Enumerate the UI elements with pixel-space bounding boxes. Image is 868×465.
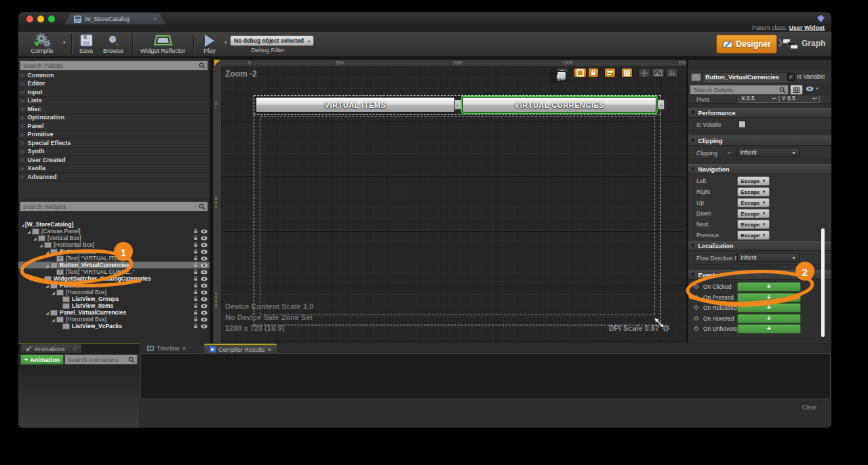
canvas-button-virtual-currencies[interactable]: VIRTUAL CURRENCIES xyxy=(462,97,656,113)
parent-class-link[interactable]: User Widget xyxy=(789,24,825,31)
close-icon[interactable]: × xyxy=(268,346,271,353)
hierarchy-row-listview-items[interactable]: ListView_Items xyxy=(18,302,210,309)
hierarchy-row--horizontal-box-[interactable]: ◢[Horizontal Box] xyxy=(18,289,210,296)
add-event-on-unhovered-button[interactable]: + xyxy=(737,324,801,333)
hierarchy-row-widgetswitcher-catalogcategories[interactable]: ◢WidgetSwitcher_CatalogCategories xyxy=(18,275,210,282)
section-clipping[interactable]: ▶ Clipping xyxy=(688,136,831,146)
details-search[interactable] xyxy=(690,85,789,95)
palette-category-advanced[interactable]: ▷Advanced xyxy=(18,173,210,182)
hierarchy-row-button-items[interactable]: ◢Button_Items xyxy=(18,248,210,255)
close-icon[interactable]: × xyxy=(73,346,77,352)
palette-category-primitive[interactable]: ▷Primitive xyxy=(18,131,210,140)
add-animation-button[interactable]: + Animation xyxy=(20,355,64,365)
mac-minimize-button[interactable] xyxy=(37,16,44,22)
expander-collapsed-icon[interactable]: ▷ xyxy=(21,174,24,179)
tab-animations[interactable]: Animations × xyxy=(21,344,81,353)
designer-mode-button[interactable]: Designer xyxy=(716,35,777,54)
expander-icon[interactable]: ◢ xyxy=(45,249,50,254)
designer-canvas[interactable]: 0500100015002000 05001000 Zoom -2 None˅ … xyxy=(214,60,686,343)
compile-options-caret-icon[interactable]: ▾ xyxy=(63,40,66,45)
add-event-on-pressed-button[interactable]: + xyxy=(737,293,801,302)
close-icon[interactable]: × xyxy=(182,345,186,352)
hierarchy-search[interactable] xyxy=(20,201,208,211)
flow-direction-dropdown[interactable]: Inherit▼ xyxy=(737,253,800,262)
expander-collapsed-icon[interactable]: ▷ xyxy=(21,73,24,77)
add-event-on-released-button[interactable]: + xyxy=(737,303,801,312)
revert-arrow-icon[interactable]: ↩ xyxy=(728,150,732,156)
palette-category-input[interactable]: ▷Input xyxy=(18,88,210,97)
palette-category-optimization[interactable]: ▷Optimization xyxy=(18,114,210,123)
asset-tab[interactable]: W_StoreCatalog × xyxy=(64,14,166,24)
expander-icon[interactable]: ◢ xyxy=(33,236,37,241)
pivot-x-field[interactable]: X 0.5↩ xyxy=(738,96,779,103)
add-event-on-clicked-button[interactable]: + xyxy=(737,282,801,291)
palette-search[interactable] xyxy=(20,60,208,70)
save-button[interactable]: Save xyxy=(73,33,100,54)
section-events[interactable]: ▶ Events xyxy=(688,270,831,280)
palette-category-synth[interactable]: ▷Synth xyxy=(18,148,210,157)
hierarchy-row--text-virtual-curre-[interactable]: T[Text] "VIRTUAL CURRE.." xyxy=(18,268,210,275)
expander-collapsed-icon[interactable]: ▷ xyxy=(21,132,24,137)
section-performance[interactable]: ▶ Performance xyxy=(688,108,831,118)
hierarchy-row--text-virtual-items-[interactable]: T[Text] "VIRTUAL ITEMS" xyxy=(18,255,210,262)
play-button[interactable]: Play xyxy=(196,33,223,54)
compile-button[interactable]: Compile xyxy=(22,33,62,54)
widget-reflector-button[interactable]: Widget Reflector xyxy=(135,33,191,54)
palette-category-special-effects[interactable]: ▷Special Effects xyxy=(18,139,210,148)
expander-icon[interactable]: ◢ xyxy=(51,290,56,295)
palette-search-input[interactable] xyxy=(20,62,199,69)
expander-icon[interactable]: ◢ xyxy=(51,317,56,322)
expander-icon[interactable]: ◢ xyxy=(45,263,50,268)
clear-button[interactable]: Clear xyxy=(802,404,816,411)
respect-locks-toggle[interactable] xyxy=(604,68,616,78)
view-options-eye-icon[interactable] xyxy=(806,86,814,92)
details-scrollbar[interactable] xyxy=(821,228,825,337)
is-volatile-checkbox[interactable] xyxy=(738,121,746,128)
hierarchy-row-panel-virtualcurrencies[interactable]: ◢Panel_VirtualCurrencies xyxy=(18,309,210,316)
animations-search-input[interactable] xyxy=(65,357,128,363)
mac-close-button[interactable] xyxy=(26,16,33,22)
drag-handle-left[interactable]: ← xyxy=(454,100,462,110)
eye-visibility-icon[interactable] xyxy=(201,323,208,330)
expander-icon[interactable]: ◢ xyxy=(45,283,50,288)
palette-category-common[interactable]: ▷Common xyxy=(18,71,210,80)
widget-name-field[interactable] xyxy=(703,72,789,82)
preview-background-button[interactable] xyxy=(652,68,665,78)
section-navigation[interactable]: ▶ Navigation xyxy=(688,164,831,174)
drag-handle-right[interactable]: → xyxy=(657,100,665,110)
details-search-input[interactable] xyxy=(690,87,779,94)
expander-icon[interactable]: ◢ xyxy=(26,229,31,234)
hierarchy-row--horizontal-box-[interactable]: ◢[Horizontal Box] xyxy=(18,241,210,248)
section-localization[interactable]: ▶ Localization xyxy=(688,241,831,251)
palette-category-panel[interactable]: ▷Panel xyxy=(18,122,210,131)
property-matrix-button[interactable] xyxy=(790,85,803,95)
expander-icon[interactable]: ◢ xyxy=(39,277,43,281)
flip-preview-button[interactable] xyxy=(666,68,678,78)
hierarchy-row-listview-vcpacks[interactable]: ListView_VcPacks xyxy=(18,323,210,329)
hierarchy-search-input[interactable] xyxy=(20,203,199,210)
tab-compiler-results[interactable]: Compiler Results × xyxy=(204,344,277,354)
palette-category-user-created[interactable]: ▷User Created xyxy=(18,156,210,165)
canvas-button-items[interactable]: VIRTUAL ITEMS xyxy=(256,97,455,113)
debug-object-dropdown[interactable]: No debug object selected ▾ xyxy=(230,35,314,46)
play-options-caret-icon[interactable]: ▾ xyxy=(224,40,227,45)
palette-category-misc[interactable]: ▷Misc xyxy=(18,105,210,114)
nav-previous-dropdown[interactable]: Escape▼ xyxy=(737,230,770,240)
pivot-y-field[interactable]: Y 0.5↩ xyxy=(779,96,820,103)
palette-category-lists[interactable]: ▷Lists xyxy=(18,97,210,106)
expander-icon[interactable]: ◢ xyxy=(45,310,50,315)
chevron-down-icon[interactable]: ▾ xyxy=(816,86,818,92)
expander-collapsed-icon[interactable]: ▷ xyxy=(21,140,24,145)
expander-collapsed-icon[interactable]: ▷ xyxy=(21,166,24,171)
close-icon[interactable]: × xyxy=(153,16,157,22)
nav-left-dropdown[interactable]: Escape▼ xyxy=(737,176,770,186)
add-event-on-hovered-button[interactable]: + xyxy=(737,314,801,323)
expander-collapsed-icon[interactable]: ▷ xyxy=(21,149,24,154)
hierarchy-row--w-storecatalog-[interactable]: ◢[W_StoreCatalog] xyxy=(18,221,210,228)
expander-collapsed-icon[interactable]: ▷ xyxy=(21,123,24,128)
hierarchy-row-button-virtualcurrencies[interactable]: ◢Button_VirtualCurrencies xyxy=(18,262,210,268)
mac-zoom-button[interactable] xyxy=(48,16,55,22)
expander-collapsed-icon[interactable]: ▷ xyxy=(21,89,24,94)
lock-icon[interactable] xyxy=(193,323,199,330)
hierarchy-row--vertical-box-[interactable]: ◢[Vertical Box] xyxy=(18,235,210,241)
